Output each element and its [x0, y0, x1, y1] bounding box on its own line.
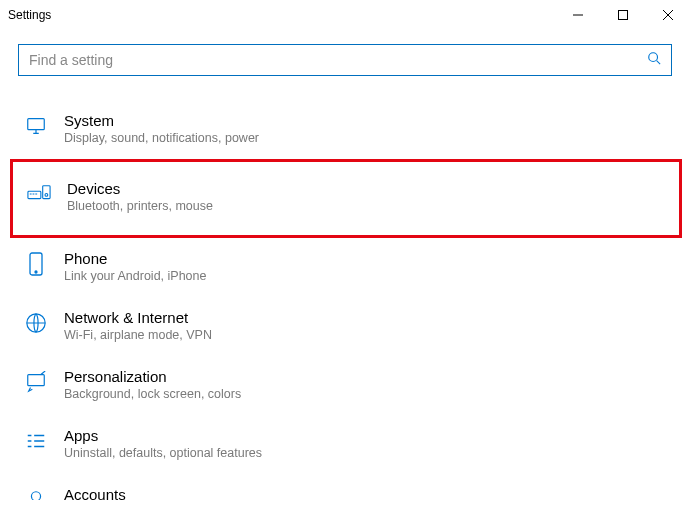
search-box[interactable] — [18, 44, 672, 76]
category-subtitle: Bluetooth, printers, mouse — [67, 199, 213, 213]
category-network[interactable]: Network & Internet Wi-Fi, airplane mode,… — [20, 297, 672, 356]
category-title: Accounts — [64, 486, 126, 500]
category-title: Network & Internet — [64, 309, 212, 326]
svg-point-7 — [35, 271, 37, 273]
category-system[interactable]: System Display, sound, notifications, po… — [20, 100, 672, 159]
apps-icon — [24, 429, 48, 453]
category-title: Phone — [64, 250, 206, 267]
account-icon — [24, 488, 48, 500]
phone-icon — [24, 252, 48, 276]
category-subtitle: Display, sound, notifications, power — [64, 131, 259, 145]
title-bar: Settings — [0, 0, 690, 30]
settings-content: System Display, sound, notifications, po… — [0, 30, 690, 500]
category-title: Devices — [67, 180, 213, 197]
category-title: Apps — [64, 427, 262, 444]
globe-icon — [24, 311, 48, 335]
category-title: System — [64, 112, 259, 129]
window-title: Settings — [8, 8, 51, 22]
svg-rect-2 — [28, 119, 45, 130]
svg-rect-0 — [618, 11, 627, 20]
category-apps[interactable]: Apps Uninstall, defaults, optional featu… — [20, 415, 672, 474]
svg-rect-9 — [28, 375, 45, 386]
close-button[interactable] — [645, 0, 690, 30]
category-personalization[interactable]: Personalization Background, lock screen,… — [20, 356, 672, 415]
category-subtitle: Wi-Fi, airplane mode, VPN — [64, 328, 212, 342]
search-input[interactable] — [29, 52, 647, 68]
category-devices[interactable]: Devices Bluetooth, printers, mouse — [10, 159, 682, 238]
close-icon — [663, 10, 673, 20]
maximize-button[interactable] — [600, 0, 645, 30]
window-controls — [555, 0, 690, 30]
search-icon — [647, 51, 661, 69]
category-subtitle: Background, lock screen, colors — [64, 387, 241, 401]
devices-icon — [27, 182, 51, 206]
category-subtitle: Link your Android, iPhone — [64, 269, 206, 283]
category-title: Personalization — [64, 368, 241, 385]
svg-point-5 — [45, 194, 48, 197]
system-icon — [24, 114, 48, 138]
svg-point-10 — [31, 492, 40, 500]
minimize-button[interactable] — [555, 0, 600, 30]
svg-point-1 — [649, 53, 658, 62]
category-subtitle: Uninstall, defaults, optional features — [64, 446, 262, 460]
category-phone[interactable]: Phone Link your Android, iPhone — [20, 238, 672, 297]
category-accounts[interactable]: Accounts — [20, 474, 672, 500]
svg-rect-3 — [28, 191, 41, 198]
brush-icon — [24, 370, 48, 394]
maximize-icon — [618, 10, 628, 20]
categories-list: System Display, sound, notifications, po… — [20, 100, 672, 500]
minimize-icon — [573, 10, 583, 20]
